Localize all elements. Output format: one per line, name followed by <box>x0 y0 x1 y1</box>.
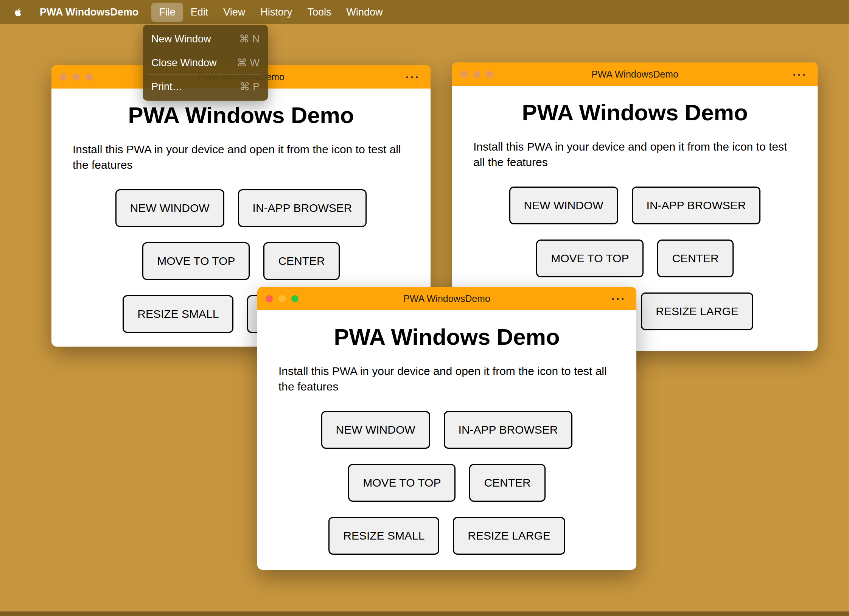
zoom-button[interactable] <box>486 71 493 78</box>
description-text: Install this PWA in your device and open… <box>278 364 615 394</box>
menu-item-label: Print… <box>151 81 183 93</box>
resize-small-button[interactable]: RESIZE SMALL <box>123 295 233 333</box>
traffic-lights <box>266 295 299 302</box>
menu-item-close-window[interactable]: Close Window ⌘ W <box>143 51 268 75</box>
traffic-lights <box>60 73 93 81</box>
new-window-button[interactable]: NEW WINDOW <box>321 411 430 449</box>
button-row: NEW WINDOW IN-APP BROWSER <box>278 411 615 449</box>
page-title: PWA Windows Demo <box>473 100 796 126</box>
menu-edit[interactable]: Edit <box>183 3 216 22</box>
in-app-browser-button[interactable]: IN-APP BROWSER <box>632 187 761 224</box>
menu-tools[interactable]: Tools <box>300 3 339 22</box>
description-text: Install this PWA in your device and open… <box>473 139 796 170</box>
center-button[interactable]: CENTER <box>657 240 733 277</box>
zoom-button[interactable] <box>86 73 93 81</box>
button-row: MOVE TO TOP CENTER <box>473 240 796 277</box>
menu-view[interactable]: View <box>216 3 253 22</box>
window-titlebar[interactable]: PWA WindowsDemo ⋯ <box>257 287 636 310</box>
file-dropdown-menu: New Window ⌘ N Close Window ⌘ W Print… ⌘… <box>143 25 268 101</box>
menu-item-shortcut: ⌘ N <box>239 33 260 45</box>
button-row: MOVE TO TOP CENTER <box>73 242 409 280</box>
move-to-top-button[interactable]: MOVE TO TOP <box>348 464 456 502</box>
center-button[interactable]: CENTER <box>469 464 545 502</box>
center-button[interactable]: CENTER <box>263 242 339 280</box>
screen-bottom-edge <box>0 611 849 616</box>
menu-history[interactable]: History <box>253 3 300 22</box>
button-row: NEW WINDOW IN-APP BROWSER <box>73 189 409 227</box>
resize-small-button[interactable]: RESIZE SMALL <box>328 517 439 555</box>
menu-app-name[interactable]: PWA WindowsDemo <box>32 6 146 18</box>
window-title: PWA WindowsDemo <box>257 293 636 304</box>
menu-item-shortcut: ⌘ P <box>239 81 260 93</box>
window-title: PWA WindowsDemo <box>452 69 818 80</box>
menu-item-label: New Window <box>151 33 211 45</box>
window-titlebar[interactable]: PWA WindowsDemo ⋯ <box>452 62 818 86</box>
apple-icon <box>13 7 23 17</box>
close-button[interactable] <box>460 71 468 78</box>
minimize-button[interactable] <box>278 295 286 302</box>
resize-large-button[interactable]: RESIZE LARGE <box>641 292 753 330</box>
button-row: NEW WINDOW IN-APP BROWSER <box>473 187 796 224</box>
new-window-button[interactable]: NEW WINDOW <box>115 189 224 227</box>
menu-item-label: Close Window <box>151 57 217 69</box>
description-text: Install this PWA in your device and open… <box>73 142 409 173</box>
menu-file[interactable]: File <box>151 3 183 22</box>
menu-window[interactable]: Window <box>339 3 390 22</box>
apple-menu[interactable] <box>8 0 32 24</box>
minimize-button[interactable] <box>473 71 480 78</box>
traffic-lights <box>460 71 493 78</box>
new-window-button[interactable]: NEW WINDOW <box>509 187 618 224</box>
pwa-window-front: PWA WindowsDemo ⋯ PWA Windows Demo Insta… <box>257 287 636 570</box>
resize-large-button[interactable]: RESIZE LARGE <box>453 517 565 555</box>
move-to-top-button[interactable]: MOVE TO TOP <box>142 242 250 280</box>
menu-item-print[interactable]: Print… ⌘ P <box>143 75 268 98</box>
menu-item-shortcut: ⌘ W <box>237 57 260 69</box>
in-app-browser-button[interactable]: IN-APP BROWSER <box>444 411 573 449</box>
in-app-browser-button[interactable]: IN-APP BROWSER <box>238 189 367 227</box>
page-title: PWA Windows Demo <box>278 324 615 350</box>
close-button[interactable] <box>60 73 67 81</box>
menu-item-new-window[interactable]: New Window ⌘ N <box>143 27 268 51</box>
minimize-button[interactable] <box>73 73 80 81</box>
page-title: PWA Windows Demo <box>73 102 409 128</box>
zoom-button[interactable] <box>291 295 299 302</box>
close-button[interactable] <box>266 295 273 302</box>
button-row: MOVE TO TOP CENTER <box>278 464 615 502</box>
window-content: PWA Windows Demo Install this PWA in you… <box>257 310 636 555</box>
move-to-top-button[interactable]: MOVE TO TOP <box>536 240 644 277</box>
menu-bar: PWA WindowsDemo File Edit View History T… <box>0 0 849 24</box>
button-row: RESIZE SMALL RESIZE LARGE <box>278 517 615 555</box>
